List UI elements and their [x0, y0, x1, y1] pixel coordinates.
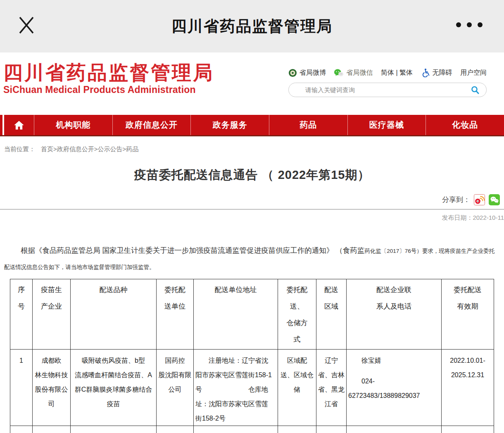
table-header-cell: 配送单位地址 — [194, 279, 278, 350]
user-space-link[interactable]: 用户空间 — [460, 69, 487, 77]
search-input[interactable] — [295, 86, 471, 94]
table-cell: 区域配送、区域仓储 — [278, 350, 316, 426]
nav-item-drugs[interactable]: 药品 — [269, 115, 347, 135]
wechat-icon — [334, 69, 344, 77]
table-row-partial — [10, 426, 494, 433]
table-header-cell: 序号 — [10, 279, 33, 350]
publish-date: 发布日期：2022-10-11 — [0, 209, 504, 222]
accessibility-link[interactable]: 无障碍 — [421, 68, 452, 77]
header-quick-links: 省局微博 省局微信 简体 | 繁体 无障碍 用户空间 — [288, 68, 487, 77]
table-header-row: 序号疫苗生产企业配送品种委托配送单位配送单位地址委托配送、仓储方式配送区域配送企… — [10, 279, 494, 350]
table-header-cell: 配送区域 — [316, 279, 347, 350]
nav-item-gov-services[interactable]: 政务服务 — [190, 115, 269, 135]
table-header-cell: 配送企业联系人及电话 — [347, 279, 442, 350]
site-logo[interactable]: 四川省药品监督管理局 SiChuan Medical Products Admi… — [3, 62, 214, 95]
table-cell: 成都欧林生物科技股份有限公司 — [33, 350, 71, 426]
table-header-cell: 委托配送、仓储方式 — [278, 279, 316, 350]
page-title: 疫苗委托配送信息通告 （ 2022年第15期） — [0, 167, 504, 183]
table-header-cell: 委托配送有效期 — [442, 279, 494, 350]
table-cell — [347, 426, 442, 433]
logo-subtitle: SiChuan Medical Products Administration — [3, 84, 214, 95]
paragraph-lead: 根据《食品药品监管总局 国家卫生计生委关于进一步加强疫苗流通监管促进疫苗供应工作… — [21, 246, 364, 255]
table-cell — [10, 426, 33, 433]
breadcrumb-path[interactable]: 首页>政府信息公开>公示公告>药品 — [41, 145, 138, 152]
notice-paragraph: 根据《食品药品监管总局 国家卫生计生委关于进一步加强疫苗流通监管促进疫苗供应工作… — [4, 243, 500, 275]
share-label: 分享到： — [442, 195, 470, 205]
nav-home-icon[interactable] — [4, 115, 34, 135]
table-cell: 徐宝婧024-62723483/13889829037 — [347, 350, 442, 426]
more-menu-icon[interactable] — [456, 22, 483, 27]
breadcrumb: 当前位置：首页>政府信息公开>公示公告>药品 — [0, 136, 504, 157]
table-cell: 2022.10.01-2025.12.31 — [442, 350, 494, 426]
table-cell — [33, 426, 71, 433]
nav-notch — [0, 115, 4, 135]
table-cell — [71, 426, 157, 433]
accessibility-icon — [421, 68, 430, 77]
share-row: 分享到： — [0, 194, 500, 205]
table-cell — [278, 426, 316, 433]
wechat-link[interactable]: 省局微信 — [334, 69, 373, 77]
table-cell: 注册地址：辽宁省沈阳市苏家屯区雪莲街158-1号 仓库地址：沈阳市苏家屯区雪莲街… — [194, 350, 278, 426]
wechat-browser-bar: 四川省药品监督管理局 — [0, 0, 504, 52]
table-cell: 1 — [10, 350, 33, 426]
table-cell — [316, 426, 347, 433]
table-cell — [194, 426, 278, 433]
nav-item-cosmetics[interactable]: 化妆品 — [426, 115, 504, 135]
search-box — [288, 83, 487, 97]
weibo-link[interactable]: 省局微博 — [288, 69, 326, 77]
site-header: 四川省药品监督管理局 SiChuan Medical Products Admi… — [0, 52, 504, 115]
table-header: 序号疫苗生产企业配送品种委托配送单位配送单位地址委托配送、仓储方式配送区域配送企… — [10, 279, 494, 350]
table-row: 1成都欧林生物科技股份有限公司吸附破伤风疫苗、b型流感嗜血杆菌结合疫苗、A群C群… — [10, 350, 494, 426]
table-header-cell: 配送品种 — [71, 279, 157, 350]
language-switch[interactable]: 简体 | 繁体 — [381, 69, 413, 77]
nav-item-organization[interactable]: 机构职能 — [34, 115, 112, 135]
table-cell: 吸附破伤风疫苗、b型流感嗜血杆菌结合疫苗、A群C群脑膜炎球菌多糖结合疫苗 — [71, 350, 157, 426]
browser-page-title: 四川省药品监督管理局 — [0, 0, 504, 52]
logo-title: 四川省药品监督管理局 — [3, 62, 214, 84]
table-cell: 国药控股沈阳有限公司 — [157, 350, 194, 426]
share-weibo-icon[interactable] — [474, 194, 485, 205]
search-icon[interactable] — [471, 86, 480, 95]
table-body: 1成都欧林生物科技股份有限公司吸附破伤风疫苗、b型流感嗜血杆菌结合疫苗、A群C群… — [10, 350, 494, 433]
share-wechat-icon[interactable] — [489, 194, 500, 205]
table-cell — [157, 426, 194, 433]
main-nav: 机构职能 政府信息公开 政务服务 药品 医疗器械 化妆品 — [0, 115, 504, 136]
weibo-icon — [288, 69, 297, 77]
nav-item-medical-devices[interactable]: 医疗器械 — [347, 115, 426, 135]
breadcrumb-label: 当前位置： — [4, 145, 35, 152]
vaccine-delivery-table: 序号疫苗生产企业配送品种委托配送单位配送单位地址委托配送、仓储方式配送区域配送企… — [10, 279, 494, 433]
table-cell: 辽宁省、吉林省、黑龙江省 — [316, 350, 347, 426]
table-header-cell: 疫苗生产企业 — [33, 279, 71, 350]
close-icon[interactable] — [15, 13, 38, 36]
table-header-cell: 委托配送单位 — [157, 279, 194, 350]
table-cell — [442, 426, 494, 433]
nav-item-gov-info[interactable]: 政府信息公开 — [112, 115, 191, 135]
